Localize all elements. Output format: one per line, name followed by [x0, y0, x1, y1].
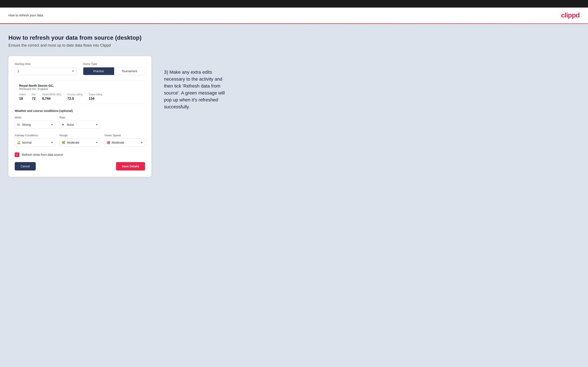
content-area: Starting Hole 1 10 ▼ Game Type Practice … — [9, 56, 579, 177]
save-details-button[interactable]: Save Details — [116, 162, 145, 170]
wind-group: Wind 🌬 Strong Light None ▼ — [15, 116, 55, 129]
rain-select[interactable]: None Light Heavy — [60, 121, 100, 129]
wind-select-wrapper: 🌬 Strong Light None ▼ — [15, 121, 55, 129]
side-text-panel: 3) Make any extra edits necessary to the… — [164, 56, 231, 110]
tournament-button[interactable]: Tournament — [114, 67, 145, 75]
par-stat: Par 72 — [32, 93, 36, 100]
form-panel: Starting Hole 1 10 ▼ Game Type Practice … — [9, 56, 151, 177]
rough-select[interactable]: Moderate Light Heavy — [60, 139, 100, 147]
fairway-select-wrapper: ⛳ Normal Soft Firm ▼ — [15, 139, 55, 147]
page-title: How to refresh your data from source (de… — [9, 34, 579, 41]
conditions-row-1: Wind 🌬 Strong Light None ▼ Rain ☀ — [15, 116, 145, 129]
slope-rating-label: Slope rating — [89, 93, 102, 96]
game-type-label: Game Type — [83, 62, 145, 66]
course-location: Westward Ho!, England — [19, 87, 141, 91]
slope-rating-stat: Slope rating 134 — [89, 93, 102, 100]
header-title: How to refresh your data — [9, 13, 43, 17]
conditions-section-label: Weather and course conditions (optional) — [15, 109, 145, 113]
wind-label: Wind — [15, 116, 55, 119]
course-rating-stat: Course rating 72.5 — [67, 93, 82, 100]
form-row-top: Starting Hole 1 10 ▼ Game Type Practice … — [15, 62, 145, 75]
green-speed-select-wrapper: 🎯 Moderate Slow Fast ▼ — [104, 139, 145, 147]
game-type-group: Game Type Practice Tournament — [83, 62, 145, 75]
green-speed-select[interactable]: Moderate Slow Fast — [104, 139, 145, 147]
yards-stat: Yards/White (M)) 6,744 — [42, 93, 61, 100]
fairway-group: Fairway Conditions ⛳ Normal Soft Firm ▼ — [15, 134, 55, 147]
refresh-checkbox-row[interactable]: ✓ Refresh shots from data source — [15, 152, 145, 157]
rain-group: Rain ☀ None Light Heavy ▼ — [60, 116, 100, 129]
green-speed-label: Green Speed — [104, 134, 145, 137]
header: How to refresh your data clippd — [0, 8, 588, 23]
rough-group: Rough 🌿 Moderate Light Heavy ▼ — [60, 134, 100, 147]
rain-label: Rain — [60, 116, 100, 119]
starting-hole-select[interactable]: 1 10 — [15, 67, 77, 75]
course-name: Royal North Devon GC, — [19, 84, 141, 87]
main-content: How to refresh your data from source (de… — [0, 24, 588, 367]
action-buttons: Cancel Save Details — [15, 162, 145, 170]
cancel-button[interactable]: Cancel — [15, 162, 36, 170]
rough-label: Rough — [60, 134, 100, 137]
course-rating-label: Course rating — [67, 93, 82, 96]
green-speed-group: Green Speed 🎯 Moderate Slow Fast ▼ — [104, 134, 145, 147]
slope-rating-value: 134 — [89, 97, 102, 100]
starting-hole-select-wrapper: 1 10 ▼ — [15, 67, 77, 75]
starting-hole-label: Starting Hole — [15, 62, 77, 66]
refresh-checkbox-label: Refresh shots from data source — [22, 153, 63, 156]
starting-hole-group: Starting Hole 1 10 ▼ — [15, 62, 77, 75]
rough-select-wrapper: 🌿 Moderate Light Heavy ▼ — [60, 139, 100, 147]
side-text-content: 3) Make any extra edits necessary to the… — [164, 69, 231, 110]
refresh-checkbox[interactable]: ✓ — [15, 152, 19, 157]
fairway-select[interactable]: Normal Soft Firm — [15, 139, 55, 147]
game-type-toggle: Practice Tournament — [83, 67, 145, 75]
course-rating-value: 72.5 — [67, 97, 82, 100]
holes-label: Holes — [19, 93, 26, 96]
logo: clippd — [561, 11, 579, 19]
checkbox-check-icon: ✓ — [16, 153, 18, 156]
fairway-label: Fairway Conditions — [15, 134, 55, 137]
page-subtitle: Ensure the correct and most up to date d… — [9, 43, 579, 48]
rain-select-wrapper: ☀ None Light Heavy ▼ — [60, 121, 100, 129]
par-value: 72 — [32, 97, 36, 100]
top-bar — [0, 0, 588, 8]
course-info-box: Royal North Devon GC, Westward Ho!, Engl… — [15, 80, 145, 104]
holes-stat: Holes 18 — [19, 93, 26, 100]
yards-value: 6,744 — [42, 97, 61, 100]
par-label: Par — [32, 93, 36, 96]
holes-value: 18 — [19, 97, 26, 100]
course-stats: Holes 18 Par 72 Yards/White (M)) 6,744 C… — [19, 93, 141, 100]
conditions-row-2: Fairway Conditions ⛳ Normal Soft Firm ▼ … — [15, 134, 145, 147]
yards-label: Yards/White (M)) — [42, 93, 61, 96]
practice-button[interactable]: Practice — [83, 67, 114, 75]
wind-select[interactable]: Strong Light None — [15, 121, 55, 129]
